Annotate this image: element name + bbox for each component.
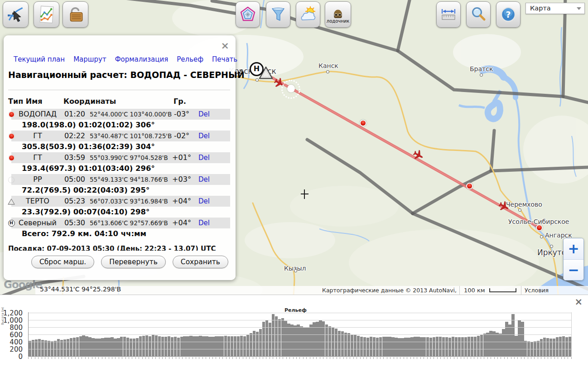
elevation-bar [196, 336, 198, 356]
elevation-bar [486, 333, 489, 356]
red-waypoint-marker[interactable] [466, 183, 473, 189]
zoom-out-button[interactable]: − [564, 260, 583, 281]
delete-waypoint-link[interactable]: Del [198, 154, 210, 162]
elevation-bar [246, 334, 249, 356]
delete-waypoint-link[interactable]: Del [198, 197, 210, 205]
filter-icon [269, 5, 287, 24]
delete-waypoint-link[interactable]: Del [198, 219, 210, 227]
reset-route-button[interactable]: Сброс марш. [31, 256, 94, 268]
elevation-plot-area [28, 312, 572, 357]
pilot-icon [331, 6, 345, 19]
elevation-bar [417, 337, 419, 356]
elevation-bar [347, 333, 350, 356]
tab-route[interactable]: Маршрут [73, 55, 106, 63]
chart-tool-button[interactable] [34, 1, 59, 28]
measure-icon [439, 5, 458, 24]
delete-waypoint-link[interactable]: Del [198, 110, 210, 118]
y-tick-label: 0 [18, 353, 23, 361]
waypoint-table: ВОДОПАД 01:20 52°44.000'С 103°40.000'В -… [4, 109, 236, 239]
city-dot [550, 245, 553, 248]
cursor-coordinates: 53°44.531'С 94°25.298'В [40, 286, 121, 293]
red-waypoint-marker[interactable] [360, 120, 366, 126]
elevation-bar [515, 336, 517, 356]
elevation-bar [335, 329, 337, 356]
waypoint-name: ТЕРТО [14, 197, 61, 205]
panel-close-button[interactable]: × [221, 42, 229, 50]
gridline [29, 334, 571, 335]
elevation-bar [237, 336, 240, 356]
red-waypoint-marker[interactable] [536, 224, 543, 231]
table-row: ТЕРТО 05:23 56°07.033'С 93°16.984'В +04°… [4, 196, 236, 218]
elevation-bar [477, 336, 480, 356]
terms-of-use-link[interactable]: Условия использования [525, 287, 588, 295]
elevation-close-button[interactable]: × [574, 296, 583, 307]
divider [459, 286, 460, 295]
search-icon [469, 5, 487, 24]
elevation-bar [341, 331, 344, 356]
elevation-bar [407, 338, 410, 356]
route-tool-button[interactable] [3, 1, 29, 28]
delete-waypoint-link[interactable]: Del [198, 132, 210, 140]
elevation-bar [130, 339, 132, 356]
chevron-down-icon [577, 7, 581, 10]
zoom-in-button[interactable]: + [564, 238, 583, 260]
helipad-marker[interactable]: H [250, 62, 264, 76]
tab-current-plan[interactable]: Текущий план [14, 55, 65, 63]
filter-tool-button[interactable] [266, 1, 290, 28]
elevation-bar [366, 338, 369, 356]
table-row: ГТ 03:59 55°03.990'С 97°04.528'В +01° De… [4, 152, 236, 174]
elevation-bar [149, 336, 151, 356]
pilot-tool-button[interactable]: лодочник [325, 1, 351, 28]
map-type-dropdown[interactable]: Карта [525, 3, 585, 14]
reverse-route-button[interactable]: Перевернуть [101, 256, 166, 268]
elevation-bar [202, 336, 205, 356]
elevation-bar [518, 320, 521, 356]
elevation-bar [445, 337, 448, 356]
waypoint-coordinates: 55°49.133'С 94°18.766'В [90, 176, 171, 183]
weather-tool-button[interactable] [296, 1, 320, 28]
y-tick-label: 1,200 [3, 309, 23, 317]
elevation-bar [569, 337, 571, 356]
crosshair-cursor [301, 194, 308, 194]
zone-tool-button[interactable] [236, 1, 260, 28]
table-row: ГТ 02:22 53°40.487'С 101°08.725'В -02° D… [4, 131, 236, 152]
elevation-bar [319, 320, 322, 356]
delete-waypoint-link[interactable]: Del [198, 175, 210, 184]
map-zoom-control: + − [563, 238, 584, 281]
elevation-profile-panel: × Рельеф Высота (м) 02004006008001,0001,… [0, 295, 588, 368]
landing-info: Посадка: 07-09-2013 05:30 (День: 22:23 -… [8, 245, 231, 251]
dotted-circle-waypoint-marker[interactable] [281, 80, 300, 99]
tab-print[interactable]: Печать [212, 55, 237, 63]
measure-tool-button[interactable] [436, 1, 461, 28]
elevation-bar [471, 337, 473, 356]
table-row: ВОДОПАД 01:20 52°44.000'С 103°40.000'В -… [4, 109, 236, 131]
save-route-button[interactable]: Сохранить [173, 256, 228, 268]
search-tool-button[interactable] [466, 1, 491, 28]
elevation-bar [114, 339, 116, 356]
dotted-circle-core [287, 85, 295, 92]
elevation-bar [379, 337, 382, 356]
elevation-bar [322, 321, 325, 356]
waypoint-grade: +01° [170, 153, 193, 162]
elevation-bar [180, 337, 183, 356]
tab-formalization[interactable]: Формализация [115, 55, 169, 63]
elevation-bar [511, 314, 514, 356]
help-tool-button[interactable]: ? [496, 1, 521, 28]
elevation-bar [344, 333, 347, 356]
elevation-bar [483, 334, 486, 356]
waypoint-name: ВОДОПАД [14, 110, 61, 118]
gridline [29, 313, 571, 313]
y-tick-label: 200 [10, 345, 23, 353]
elevation-bar [325, 324, 328, 356]
google-logo: Google [4, 279, 42, 291]
elevation-bar [351, 334, 353, 356]
y-tick-label: 1,000 [3, 316, 23, 324]
elevation-bar [556, 337, 559, 356]
lock-tool-button[interactable] [63, 1, 88, 28]
tab-relief[interactable]: Рельеф [177, 55, 203, 63]
elevation-bar [193, 336, 195, 356]
total-summary: Всего: 792.9 км. 04:10 чч:мм [22, 229, 146, 238]
city-label-bratsk: Братск [470, 65, 493, 73]
elevation-bar [376, 338, 379, 356]
elevation-bar [455, 337, 458, 356]
